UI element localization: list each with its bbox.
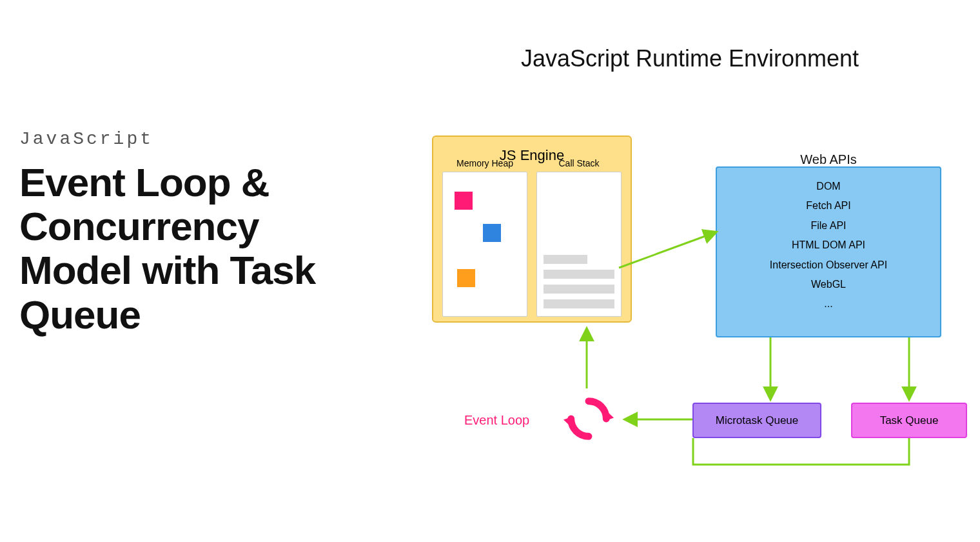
task-queue-box: Task Queue [851,403,967,438]
stack-frame-icon [544,270,614,279]
heap-object-icon [483,224,501,242]
web-apis-title: Web APIs [717,147,940,172]
memory-heap-label: Memory Heap [443,158,527,168]
call-stack-box: Call Stack [536,172,622,317]
stack-frame-icon [544,285,614,294]
task-queue-label: Task Queue [880,414,939,427]
web-api-item: DOM [723,177,934,196]
heap-object-icon [455,192,473,210]
svg-line-2 [619,232,716,268]
web-apis-box: Web APIs DOM Fetch API File API HTML DOM… [716,166,941,337]
microtask-queue-box: Microtask Queue [692,403,821,438]
diagram-panel: JavaScript Runtime Environment JS Engine… [400,0,980,542]
stack-frame-icon [544,299,614,308]
event-loop-icon [564,394,614,444]
event-loop-label: Event Loop [464,413,529,428]
headline-text: Event Loop & Concurrency Model with Task… [19,161,380,337]
web-api-item: HTML DOM API [723,236,934,255]
js-engine-box: JS Engine Memory Heap Call Stack [432,136,632,323]
heap-object-icon [457,269,475,287]
diagram-title: JavaScript Runtime Environment [400,45,980,72]
web-api-item: WebGL [723,275,934,294]
web-api-item: ... [723,294,934,314]
web-api-item: Intersection Observer API [723,256,934,275]
stack-frame-icon [544,255,587,264]
web-api-item: File API [723,216,934,236]
memory-heap-box: Memory Heap [442,172,527,317]
microtask-queue-label: Microtask Queue [716,414,799,427]
web-api-item: Fetch API [723,196,934,216]
kicker-text: JavaScript [19,129,380,149]
call-stack-label: Call Stack [537,158,621,168]
